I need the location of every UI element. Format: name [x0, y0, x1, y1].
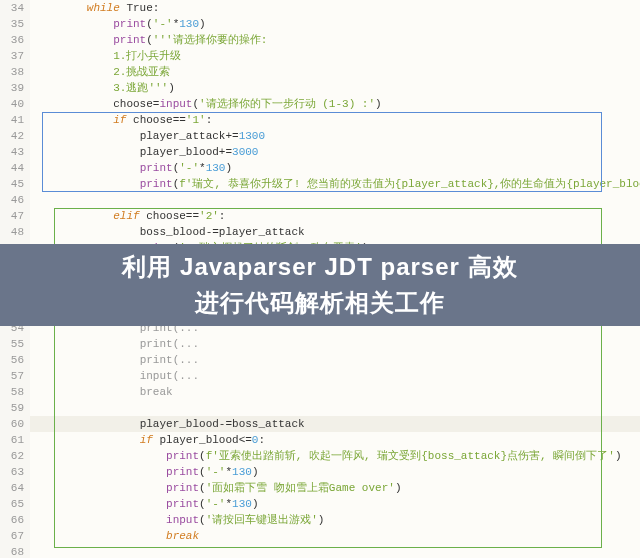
line-number: 34	[0, 0, 30, 16]
code-content[interactable]	[30, 192, 640, 208]
code-content[interactable]: print('''请选择你要的操作:	[30, 32, 640, 48]
code-line[interactable]: 40 choose=input('请选择你的下一步行动 (1-3) :')	[0, 96, 640, 112]
code-content[interactable]: 2.挑战亚索	[30, 64, 640, 80]
code-content[interactable]: 1.打小兵升级	[30, 48, 640, 64]
code-content[interactable]: while True:	[30, 0, 640, 16]
line-number: 58	[0, 384, 30, 400]
line-number: 61	[0, 432, 30, 448]
line-number: 62	[0, 448, 30, 464]
line-number: 59	[0, 400, 30, 416]
line-number: 56	[0, 352, 30, 368]
line-number: 37	[0, 48, 30, 64]
code-editor[interactable]: 34 while True:35 print('-'*130)36 print(…	[0, 0, 640, 558]
line-number: 55	[0, 336, 30, 352]
line-number: 36	[0, 32, 30, 48]
code-line[interactable]: 34 while True:	[0, 0, 640, 16]
code-line[interactable]: 38 2.挑战亚索	[0, 64, 640, 80]
line-number: 42	[0, 128, 30, 144]
line-number: 35	[0, 16, 30, 32]
code-content[interactable]: print('-'*130)	[30, 16, 640, 32]
line-number: 60	[0, 416, 30, 432]
line-number: 57	[0, 368, 30, 384]
line-number: 44	[0, 160, 30, 176]
line-number: 64	[0, 480, 30, 496]
line-number: 66	[0, 512, 30, 528]
overlay-line1: 利用 Javaparser JDT parser 高效	[122, 249, 517, 285]
code-line[interactable]: 35 print('-'*130)	[0, 16, 640, 32]
line-number: 47	[0, 208, 30, 224]
line-number: 65	[0, 496, 30, 512]
line-number: 46	[0, 192, 30, 208]
line-number: 43	[0, 144, 30, 160]
code-content[interactable]: 3.逃跑''')	[30, 80, 640, 96]
region-box-blue	[42, 112, 602, 192]
code-line[interactable]: 46	[0, 192, 640, 208]
line-number: 39	[0, 80, 30, 96]
line-number: 40	[0, 96, 30, 112]
line-number: 68	[0, 544, 30, 558]
line-number: 48	[0, 224, 30, 240]
overlay-line2: 进行代码解析相关工作	[195, 285, 445, 321]
code-line[interactable]: 36 print('''请选择你要的操作:	[0, 32, 640, 48]
code-line[interactable]: 39 3.逃跑''')	[0, 80, 640, 96]
code-content[interactable]: choose=input('请选择你的下一步行动 (1-3) :')	[30, 96, 640, 112]
line-number: 63	[0, 464, 30, 480]
line-number: 67	[0, 528, 30, 544]
code-line[interactable]: 37 1.打小兵升级	[0, 48, 640, 64]
line-number: 45	[0, 176, 30, 192]
title-overlay: 利用 Javaparser JDT parser 高效 进行代码解析相关工作	[0, 244, 640, 326]
line-number: 38	[0, 64, 30, 80]
line-number: 41	[0, 112, 30, 128]
